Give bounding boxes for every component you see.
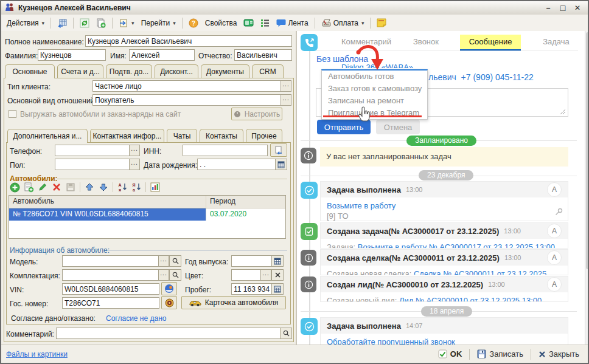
year-input[interactable] bbox=[231, 255, 271, 267]
car-add-button[interactable] bbox=[9, 181, 21, 193]
tab-documents[interactable]: Документы bbox=[201, 64, 249, 78]
vin-input[interactable] bbox=[62, 283, 159, 295]
comment-search-button[interactable] bbox=[280, 328, 292, 339]
copy-create-button[interactable] bbox=[94, 17, 108, 29]
open-related-button[interactable] bbox=[116, 17, 137, 29]
client-type-ellipsis-button[interactable] bbox=[281, 80, 291, 92]
subtab-contact-info[interactable]: Контактная инфор... bbox=[90, 129, 164, 142]
feed-tab-comment[interactable]: Комментарий bbox=[332, 35, 400, 49]
send-button[interactable]: Отправить bbox=[317, 120, 371, 134]
scrollbar-thumb[interactable] bbox=[586, 32, 589, 269]
col-car[interactable]: Автомобиль bbox=[9, 196, 206, 208]
model-ellipsis-button[interactable] bbox=[158, 255, 169, 267]
tab-accounts[interactable]: Счета и д... bbox=[57, 64, 103, 78]
body-link[interactable]: Лид № АС3000010 от 23.12.2025 13:00 bbox=[399, 296, 542, 302]
vin-decode-button[interactable] bbox=[161, 282, 177, 295]
car-delete-button[interactable] bbox=[51, 181, 63, 193]
firstname-input[interactable] bbox=[129, 49, 195, 61]
task-link[interactable]: Возьмите в работу bbox=[327, 201, 562, 211]
car-sort-asc-button[interactable]: Ая bbox=[116, 181, 128, 193]
properties-button[interactable]: Свойства bbox=[203, 18, 240, 29]
car-cell[interactable]: № Т286СО71 VIN W0L0SDL6884060815 bbox=[9, 208, 206, 221]
full-name-input[interactable] bbox=[85, 35, 292, 47]
comment-input[interactable] bbox=[56, 328, 280, 339]
menu-item-order-pickup[interactable]: Заказ готов к самовывозу bbox=[322, 83, 427, 95]
phone-panel-button[interactable] bbox=[241, 17, 256, 29]
table-row[interactable]: № Т286СО71 VIN W0L0SDL6884060815 03.07.2… bbox=[9, 208, 285, 221]
birthdate-calendar-button[interactable] bbox=[275, 159, 287, 170]
payment-menu-button[interactable]: Оплата bbox=[319, 17, 367, 29]
model-input[interactable] bbox=[62, 255, 158, 267]
actions-menu-button[interactable]: Действия bbox=[4, 18, 47, 29]
goto-menu-button[interactable]: Перейти bbox=[139, 18, 178, 29]
feed-card-task-done-2[interactable]: Задача выполнена 14:07 Обработайте пропу… bbox=[320, 317, 568, 345]
resize-handle-icon[interactable] bbox=[560, 109, 566, 115]
subtab-contacts[interactable]: Контакты bbox=[200, 129, 243, 142]
col-period[interactable]: Период bbox=[206, 196, 285, 208]
avatar[interactable]: A bbox=[547, 224, 562, 238]
gender-input[interactable] bbox=[55, 159, 129, 170]
relationship-input[interactable] bbox=[92, 94, 281, 106]
plate-check-button[interactable] bbox=[161, 296, 177, 309]
channel-link-fragment[interactable]: Dialog 360 «WABA» bbox=[341, 63, 433, 68]
car-add-copy-button[interactable] bbox=[23, 181, 35, 193]
period-cell[interactable]: 03.07.2020 bbox=[206, 208, 285, 221]
phone-ellipsis-button[interactable] bbox=[129, 145, 140, 156]
feed-tab-task[interactable]: Задача bbox=[538, 35, 574, 49]
model-search-button[interactable] bbox=[169, 255, 181, 267]
list-panel-button[interactable] bbox=[258, 18, 272, 28]
mileage-input[interactable] bbox=[231, 283, 271, 295]
ok-button[interactable]: OK bbox=[434, 348, 466, 360]
upload-site-checkbox[interactable] bbox=[9, 110, 16, 118]
cancel-button[interactable]: Отмена bbox=[376, 120, 420, 134]
plate-input[interactable] bbox=[62, 297, 159, 309]
close-icon[interactable] bbox=[573, 4, 582, 12]
configure-button[interactable]: Настроить bbox=[231, 108, 282, 120]
body-link[interactable]: Возьмите в работу № АС3000017 от 23.12.2… bbox=[358, 242, 555, 249]
equipment-input[interactable] bbox=[62, 269, 158, 281]
feed-tab-call[interactable]: Звонок bbox=[406, 35, 445, 49]
car-report-button[interactable] bbox=[149, 181, 161, 193]
middlename-input[interactable] bbox=[234, 49, 292, 61]
phone-input[interactable] bbox=[55, 145, 129, 156]
inn-copy-button[interactable] bbox=[270, 143, 287, 157]
color-ellipsis-button[interactable] bbox=[260, 269, 271, 281]
equipment-ellipsis-button[interactable] bbox=[158, 269, 169, 281]
pin-icon[interactable] bbox=[555, 208, 563, 216]
tab-main[interactable]: Основные bbox=[5, 64, 55, 78]
close-button[interactable]: Закрыть bbox=[535, 348, 583, 360]
car-card-button[interactable]: Карточка автомобиля bbox=[181, 296, 286, 309]
avatar[interactable]: A bbox=[547, 182, 562, 197]
maximize-icon[interactable] bbox=[559, 4, 567, 12]
car-move-up-button[interactable] bbox=[83, 181, 96, 193]
tab-confirm-docs[interactable]: Подтв. до... bbox=[106, 64, 152, 78]
birthdate-input[interactable] bbox=[197, 159, 275, 170]
avatar[interactable]: A bbox=[547, 250, 562, 265]
car-move-down-button[interactable] bbox=[97, 181, 110, 193]
car-save-button[interactable] bbox=[64, 181, 77, 193]
feed-button[interactable]: Лента bbox=[274, 18, 310, 29]
client-type-input[interactable] bbox=[92, 80, 281, 92]
menu-item-repair-booked[interactable]: Записаны на ремонт bbox=[322, 95, 427, 107]
refresh-button[interactable] bbox=[77, 17, 92, 29]
subtab-chats[interactable]: Чаты bbox=[167, 129, 197, 142]
lastname-input[interactable] bbox=[38, 49, 106, 61]
files-link[interactable]: Файлы и картинки bbox=[6, 350, 68, 359]
save-close-button[interactable] bbox=[55, 17, 69, 29]
save-button[interactable]: Записать bbox=[473, 348, 527, 360]
car-edit-button[interactable] bbox=[37, 181, 49, 193]
tab-discount[interactable]: Дисконт... bbox=[155, 64, 198, 78]
car-sort-desc-button[interactable]: Яа bbox=[130, 181, 142, 193]
menu-item-car-ready[interactable]: Автомобиль готов bbox=[322, 70, 427, 83]
subtab-other[interactable]: Прочее bbox=[246, 129, 282, 142]
gender-ellipsis-button[interactable] bbox=[129, 159, 140, 170]
feed-card-task-created[interactable]: Создана задача(№ АС3000017 от 23.12.2025… bbox=[320, 222, 568, 249]
inn-input[interactable] bbox=[183, 145, 268, 156]
note-button[interactable] bbox=[374, 17, 389, 29]
feed-scrollbar[interactable] bbox=[585, 31, 589, 345]
feed-tab-message[interactable]: Сообщение bbox=[460, 35, 521, 49]
menu-item-telegram-invite[interactable]: Приглашение в Telegram bbox=[322, 107, 427, 119]
relationship-ellipsis-button[interactable] bbox=[281, 94, 291, 106]
minimize-icon[interactable] bbox=[544, 4, 552, 12]
help-button[interactable]: ? bbox=[186, 17, 201, 29]
